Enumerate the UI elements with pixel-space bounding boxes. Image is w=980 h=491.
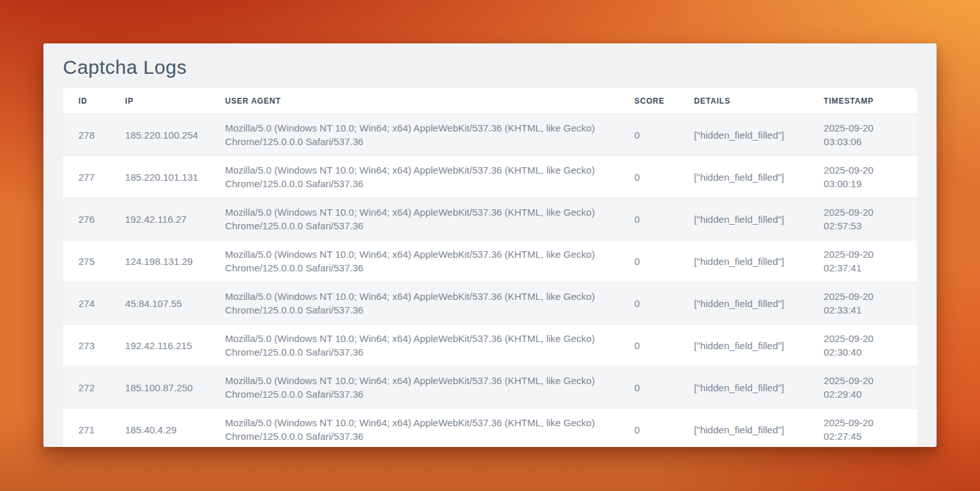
cell-timestamp: 2025-09-20 02:33:41: [824, 282, 917, 325]
cell-user-agent: Mozilla/5.0 (Windows NT 10.0; Win64; x64…: [225, 367, 634, 409]
cell-score: 0: [635, 240, 694, 282]
table-row: 272 185.100.87.250 Mozilla/5.0 (Windows …: [63, 367, 917, 409]
cell-id: 277: [63, 156, 125, 198]
cell-ip: 192.42.116.27: [125, 198, 225, 240]
cell-timestamp: 2025-09-20 03:03:06: [824, 114, 917, 156]
cell-ip: 124.198.131.29: [125, 240, 225, 282]
cell-timestamp: 2025-09-20 02:57:53: [824, 198, 917, 240]
captcha-logs-table-panel: ID IP USER AGENT SCORE DETAILS TIMESTAMP…: [63, 88, 917, 447]
cell-timestamp: 2025-09-20 02:30:40: [824, 325, 917, 367]
column-header-ip: IP: [125, 88, 225, 114]
cell-id: 278: [63, 114, 125, 156]
cell-user-agent: Mozilla/5.0 (Windows NT 10.0; Win64; x64…: [225, 198, 634, 240]
cell-details: ["hidden_field_filled"]: [694, 367, 824, 409]
table-row: 277 185.220.101.131 Mozilla/5.0 (Windows…: [63, 156, 917, 198]
cell-score: 0: [635, 282, 694, 325]
cell-details: ["hidden_field_filled"]: [694, 282, 824, 325]
cell-score: 0: [635, 114, 694, 156]
cell-details: ["hidden_field_filled"]: [694, 114, 824, 156]
cell-ip: 185.100.87.250: [125, 367, 225, 409]
cell-ip: 45.84.107.55: [125, 282, 225, 325]
table-row: 276 192.42.116.27 Mozilla/5.0 (Windows N…: [63, 198, 917, 240]
cell-user-agent: Mozilla/5.0 (Windows NT 10.0; Win64; x64…: [225, 156, 634, 198]
cell-timestamp: 2025-09-20 02:29:40: [824, 367, 917, 409]
table-header-row: ID IP USER AGENT SCORE DETAILS TIMESTAMP: [63, 88, 917, 114]
cell-id: 273: [63, 325, 125, 367]
captcha-logs-table: ID IP USER AGENT SCORE DETAILS TIMESTAMP…: [63, 88, 917, 447]
cell-timestamp: 2025-09-20 02:37:41: [824, 240, 917, 282]
cell-user-agent: Mozilla/5.0 (Windows NT 10.0; Win64; x64…: [225, 114, 634, 156]
captcha-logs-card: Captcha Logs ID IP USER AGENT SCORE DETA…: [43, 43, 937, 447]
page-title: Captcha Logs: [63, 55, 917, 80]
column-header-id: ID: [63, 88, 125, 114]
cell-user-agent: Mozilla/5.0 (Windows NT 10.0; Win64; x64…: [225, 409, 634, 448]
cell-timestamp: 2025-09-20 03:00:19: [824, 156, 917, 198]
cell-details: ["hidden_field_filled"]: [694, 198, 824, 240]
table-row: 271 185.40.4.29 Mozilla/5.0 (Windows NT …: [63, 409, 917, 448]
column-header-score: SCORE: [635, 88, 694, 114]
table-row: 278 185.220.100.254 Mozilla/5.0 (Windows…: [63, 114, 917, 156]
cell-user-agent: Mozilla/5.0 (Windows NT 10.0; Win64; x64…: [225, 240, 634, 282]
cell-ip: 185.220.100.254: [125, 114, 225, 156]
cell-id: 276: [63, 198, 125, 240]
cell-id: 271: [63, 409, 125, 448]
cell-score: 0: [635, 367, 694, 409]
cell-score: 0: [635, 156, 694, 198]
table-row: 275 124.198.131.29 Mozilla/5.0 (Windows …: [63, 240, 917, 282]
cell-user-agent: Mozilla/5.0 (Windows NT 10.0; Win64; x64…: [225, 282, 634, 325]
table-row: 273 192.42.116.215 Mozilla/5.0 (Windows …: [63, 325, 917, 367]
cell-timestamp: 2025-09-20 02:27:45: [824, 409, 917, 448]
cell-details: ["hidden_field_filled"]: [694, 240, 824, 282]
cell-details: ["hidden_field_filled"]: [694, 156, 824, 198]
cell-score: 0: [635, 198, 694, 240]
cell-details: ["hidden_field_filled"]: [694, 409, 824, 448]
cell-score: 0: [635, 325, 694, 367]
cell-id: 272: [63, 367, 125, 409]
cell-id: 275: [63, 240, 125, 282]
cell-ip: 185.220.101.131: [125, 156, 225, 198]
cell-ip: 192.42.116.215: [125, 325, 225, 367]
cell-details: ["hidden_field_filled"]: [694, 325, 824, 367]
column-header-timestamp: TIMESTAMP: [824, 88, 917, 114]
table-row: 274 45.84.107.55 Mozilla/5.0 (Windows NT…: [63, 282, 917, 325]
cell-ip: 185.40.4.29: [125, 409, 225, 448]
column-header-user-agent: USER AGENT: [225, 88, 634, 114]
cell-score: 0: [635, 409, 694, 448]
cell-user-agent: Mozilla/5.0 (Windows NT 10.0; Win64; x64…: [225, 325, 634, 367]
column-header-details: DETAILS: [694, 88, 824, 114]
cell-id: 274: [63, 282, 125, 325]
